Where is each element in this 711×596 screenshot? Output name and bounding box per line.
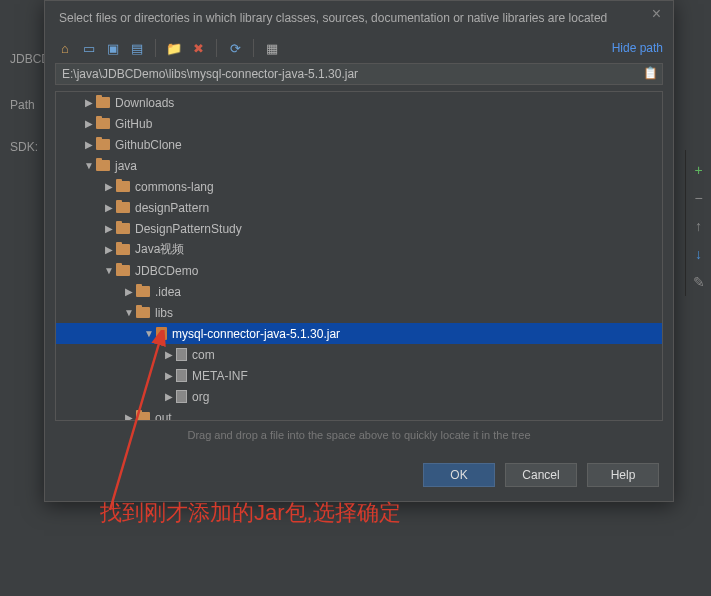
tree-row[interactable]: ▶.idea <box>56 281 662 302</box>
chevron-icon[interactable]: ▶ <box>162 349 176 360</box>
desktop-icon[interactable]: ▭ <box>81 40 97 56</box>
ok-button[interactable]: OK <box>423 463 495 487</box>
chevron-icon[interactable]: ▶ <box>162 370 176 381</box>
tree-label: Downloads <box>115 96 174 110</box>
tree-row[interactable]: ▶DesignPatternStudy <box>56 218 662 239</box>
tree-label: libs <box>155 306 173 320</box>
side-edit-icon[interactable]: ✎ <box>686 268 711 296</box>
chevron-icon[interactable]: ▶ <box>162 391 176 402</box>
tree-row[interactable]: ▼java <box>56 155 662 176</box>
chevron-icon[interactable]: ▶ <box>102 244 116 255</box>
path-text: E:\java\JDBCDemo\libs\mysql-connector-ja… <box>62 67 358 81</box>
chevron-icon[interactable]: ▶ <box>122 412 136 421</box>
tree-row[interactable]: ▶Java视频 <box>56 239 662 260</box>
folder-icon <box>136 307 150 318</box>
tree-label: java <box>115 159 137 173</box>
tree-row[interactable]: ▶com <box>56 344 662 365</box>
side-minus-icon[interactable]: − <box>686 184 711 212</box>
tree-row[interactable]: ▶org <box>56 386 662 407</box>
module-icon[interactable]: ▤ <box>129 40 145 56</box>
tree-row[interactable]: ▶META-INF <box>56 365 662 386</box>
file-chooser-toolbar: ⌂ ▭ ▣ ▤ 📁 ✖ ⟳ ▦ Hide path <box>45 35 673 63</box>
delete-icon[interactable]: ✖ <box>190 40 206 56</box>
tree-row[interactable]: ▶designPattern <box>56 197 662 218</box>
side-down-icon[interactable]: ↓ <box>686 240 711 268</box>
folder-icon <box>116 202 130 213</box>
tree-label: JDBCDemo <box>135 264 198 278</box>
dialog-buttons: OK Cancel Help <box>45 451 673 501</box>
folder-icon <box>96 118 110 129</box>
chevron-icon[interactable]: ▼ <box>122 307 136 318</box>
tree-label: META-INF <box>192 369 248 383</box>
chevron-icon[interactable]: ▼ <box>142 328 156 339</box>
tree-label: DesignPatternStudy <box>135 222 242 236</box>
cancel-button[interactable]: Cancel <box>505 463 577 487</box>
file-chooser-dialog: × Select files or directories in which l… <box>44 0 674 502</box>
show-hidden-icon[interactable]: ▦ <box>264 40 280 56</box>
chevron-icon[interactable]: ▶ <box>102 202 116 213</box>
chevron-icon[interactable]: ▶ <box>122 286 136 297</box>
tree-label: Java视频 <box>135 241 184 258</box>
tree-label: .idea <box>155 285 181 299</box>
tree-label: GitHub <box>115 117 152 131</box>
chevron-icon[interactable]: ▶ <box>82 118 96 129</box>
tree-row[interactable]: ▶GitHub <box>56 113 662 134</box>
home-icon[interactable]: ⌂ <box>57 40 73 56</box>
tree-row[interactable]: ▼JDBCDemo <box>56 260 662 281</box>
project-icon[interactable]: ▣ <box>105 40 121 56</box>
toolbar-separator <box>253 39 254 57</box>
chevron-icon[interactable]: ▶ <box>102 223 116 234</box>
close-icon[interactable]: × <box>646 3 667 25</box>
side-toolbar: + − ↑ ↓ ✎ <box>685 150 711 296</box>
refresh-icon[interactable]: ⟳ <box>227 40 243 56</box>
file-tree[interactable]: ▶Downloads▶GitHub▶GithubClone▼java▶commo… <box>55 91 663 421</box>
folder-icon <box>116 265 130 276</box>
history-icon[interactable]: 📋 <box>643 66 658 80</box>
tree-row[interactable]: ▶Downloads <box>56 92 662 113</box>
chevron-icon[interactable]: ▶ <box>102 181 116 192</box>
chevron-icon[interactable]: ▶ <box>82 139 96 150</box>
folder-icon <box>96 97 110 108</box>
package-icon <box>176 348 187 361</box>
side-up-icon[interactable]: ↑ <box>686 212 711 240</box>
tree-row[interactable]: ▼mysql-connector-java-5.1.30.jar <box>56 323 662 344</box>
tree-row[interactable]: ▶GithubClone <box>56 134 662 155</box>
chevron-icon[interactable]: ▼ <box>82 160 96 171</box>
folder-icon <box>116 223 130 234</box>
hide-path-link[interactable]: Hide path <box>612 41 663 55</box>
tree-row[interactable]: ▶out <box>56 407 662 421</box>
dialog-subtitle: Select files or directories in which lib… <box>45 1 673 35</box>
package-icon <box>176 369 187 382</box>
toolbar-separator <box>216 39 217 57</box>
side-add-icon[interactable]: + <box>686 156 711 184</box>
tree-label: designPattern <box>135 201 209 215</box>
tree-label: out <box>155 411 172 422</box>
annotation-text: 找到刚才添加的Jar包,选择确定 <box>100 498 401 528</box>
path-input[interactable]: E:\java\JDBCDemo\libs\mysql-connector-ja… <box>55 63 663 85</box>
tree-label: GithubClone <box>115 138 182 152</box>
folder-icon <box>136 412 150 421</box>
folder-icon <box>96 160 110 171</box>
tree-label: com <box>192 348 215 362</box>
tree-row[interactable]: ▶commons-lang <box>56 176 662 197</box>
package-icon <box>176 390 187 403</box>
tree-label: org <box>192 390 209 404</box>
tree-row[interactable]: ▼libs <box>56 302 662 323</box>
tree-label: mysql-connector-java-5.1.30.jar <box>172 327 340 341</box>
chevron-icon[interactable]: ▶ <box>82 97 96 108</box>
toolbar-separator <box>155 39 156 57</box>
help-button[interactable]: Help <box>587 463 659 487</box>
folder-icon <box>136 286 150 297</box>
folder-icon <box>96 139 110 150</box>
chevron-icon[interactable]: ▼ <box>102 265 116 276</box>
tree-label: commons-lang <box>135 180 214 194</box>
folder-icon <box>116 244 130 255</box>
jar-icon <box>156 327 167 340</box>
folder-icon <box>116 181 130 192</box>
drag-hint: Drag and drop a file into the space abov… <box>45 427 673 451</box>
new-folder-icon[interactable]: 📁 <box>166 40 182 56</box>
